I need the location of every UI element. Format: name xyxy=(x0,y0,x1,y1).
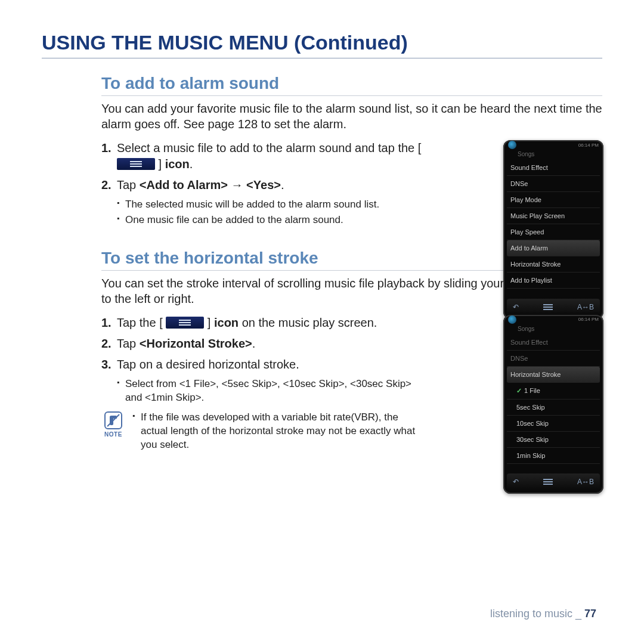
step-text: . xyxy=(252,337,256,350)
step-text: Tap on a desired horizontal stroke. xyxy=(117,357,426,373)
device-time: 06:14 PM xyxy=(578,317,599,322)
step-text: ] xyxy=(204,316,214,329)
device-option: 30sec Skip xyxy=(507,432,600,448)
device-menu-item-highlighted: Horizontal Stroke xyxy=(507,367,600,383)
hamburger-icon xyxy=(543,481,553,482)
ab-repeat-label: A↔B xyxy=(577,303,594,311)
back-icon: ↶ xyxy=(513,478,519,486)
note-text: If the file was developed with a variabl… xyxy=(132,411,426,452)
device-menu-item: Horizontal Stroke xyxy=(507,256,600,273)
device-breadcrumb: Songs xyxy=(503,324,603,335)
step-text: . xyxy=(190,157,193,171)
step-number: 2. xyxy=(101,336,117,352)
device-logo-icon xyxy=(508,315,516,324)
section-heading-alarm: To add to alarm sound xyxy=(101,74,602,96)
step-text: Tap xyxy=(117,178,140,191)
step-text: Tap the [ xyxy=(117,316,166,329)
check-icon: ✓ xyxy=(516,387,522,394)
sub-bullet: Select from <1 File>, <5sec Skip>, <10se… xyxy=(117,377,426,405)
device-screenshot-alarm: 06:14 PM Songs Sound Effect DNSe Play Mo… xyxy=(503,140,603,319)
step-text-bold: icon xyxy=(214,316,239,329)
section-intro-alarm: You can add your favorite music file to … xyxy=(101,101,602,132)
device-option-selected: ✓1 File xyxy=(507,383,600,400)
device-option: 10sec Skip xyxy=(507,416,600,432)
hamburger-icon xyxy=(543,306,553,308)
device-breadcrumb: Songs xyxy=(503,150,603,160)
sub-bullet: One music file can be added to the alarm… xyxy=(117,213,426,227)
device-menu-item: Sound Effect xyxy=(507,160,600,176)
device-menu-item: DNSe xyxy=(507,351,600,367)
step-text: ] xyxy=(155,157,165,171)
device-screenshot-stroke: 06:14 PM Songs Sound Effect DNSe Horizon… xyxy=(503,315,603,494)
page-footer: listening to music _ 77 xyxy=(490,608,596,620)
step-number: 1. xyxy=(101,140,117,172)
step-number: 3. xyxy=(101,357,117,373)
device-menu-item: Sound Effect xyxy=(507,335,600,351)
step-text-bold: <Add to Alarm> → <Yes> xyxy=(140,178,281,191)
page-number: 77 xyxy=(584,608,596,620)
step-text: . xyxy=(281,178,284,191)
menu-icon xyxy=(117,158,155,170)
device-menu-item: Play Speed xyxy=(507,224,600,240)
step-text-bold: <Horizontal Stroke> xyxy=(140,337,252,350)
step-number: 2. xyxy=(101,177,117,193)
step-text: Tap xyxy=(117,337,140,350)
step-text: on the music play screen. xyxy=(239,316,377,329)
device-time: 06:14 PM xyxy=(578,143,599,148)
device-option: 5sec Skip xyxy=(507,400,600,416)
device-option: 1min Skip xyxy=(507,448,600,464)
device-logo-icon xyxy=(508,141,516,149)
step-text-bold: icon xyxy=(165,157,190,171)
device-menu-item: Play Mode xyxy=(507,192,600,208)
page-title: USING THE MUSIC MENU (Continued) xyxy=(42,31,602,58)
device-menu-item: DNSe xyxy=(507,176,600,192)
sub-bullet: The selected music will be added to the … xyxy=(117,198,426,212)
note-icon xyxy=(104,411,123,430)
menu-icon xyxy=(166,317,204,329)
step-text: Select a music file to add to the alarm … xyxy=(117,141,421,154)
footer-label: listening to music _ xyxy=(490,608,584,620)
ab-repeat-label: A↔B xyxy=(577,478,594,486)
note-label: NOTE xyxy=(101,431,125,438)
device-menu-item: Music Play Screen xyxy=(507,208,600,224)
device-menu-item: Add to Playlist xyxy=(507,273,600,289)
device-menu-item-highlighted: Add to Alarm xyxy=(507,240,600,256)
step-number: 1. xyxy=(101,315,117,331)
back-icon: ↶ xyxy=(513,303,519,311)
